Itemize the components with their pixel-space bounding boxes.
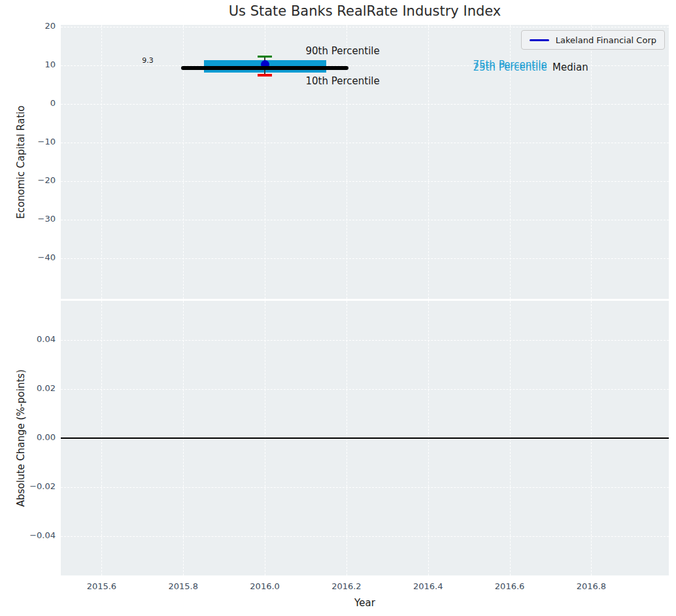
y-tick-label: −10: [19, 137, 56, 146]
horizontal-gridline: [61, 258, 669, 259]
y-tick-label: −0.04: [19, 530, 56, 540]
horizontal-gridline: [61, 487, 669, 488]
y-tick-label: 0.02: [19, 383, 56, 393]
legend-label: Lakeland Financial Corp: [556, 35, 656, 45]
y-tick-label: −40: [19, 252, 56, 262]
horizontal-gridline: [61, 389, 669, 390]
y-tick-label: −30: [19, 214, 56, 224]
annotation-25th-percentile: 25th Percentile: [473, 61, 547, 73]
y-tick-label: 0: [19, 98, 56, 108]
horizontal-gridline: [61, 27, 669, 27]
legend-line-icon: [530, 39, 549, 41]
legend: Lakeland Financial Corp: [521, 30, 665, 50]
y-tick-label: 0.00: [19, 432, 56, 442]
bottom-plot: [61, 301, 669, 575]
chart-title: Us State Banks RealRate Industry Index: [61, 3, 669, 19]
median-line: [181, 66, 348, 71]
horizontal-gridline: [61, 536, 669, 537]
horizontal-gridline: [61, 181, 669, 182]
horizontal-gridline: [61, 143, 669, 143]
x-tick-label: 2016.8: [565, 581, 617, 591]
y-tick-label: 0.04: [19, 334, 56, 344]
y-tick-label: −20: [19, 175, 56, 185]
y-tick-label: −0.02: [19, 481, 56, 491]
annotation-90th-percentile: 90th Percentile: [306, 46, 380, 57]
horizontal-gridline: [61, 220, 669, 220]
y-tick-label: 20: [19, 21, 56, 31]
p10-cap: [258, 74, 273, 77]
x-tick-label: 2016.2: [320, 581, 373, 591]
horizontal-gridline: [61, 104, 669, 105]
top-plot: 9.390th Percentile10th Percentile75th Pe…: [61, 25, 669, 299]
x-axis-label: Year: [61, 597, 669, 609]
x-tick-label: 2016.4: [402, 581, 454, 591]
annotation-9-3: 9.3: [142, 57, 154, 65]
zero-line: [61, 437, 669, 439]
annotation-median: Median: [552, 62, 588, 73]
x-tick-label: 2016.6: [484, 581, 536, 591]
annotation-10th-percentile: 10th Percentile: [306, 76, 380, 87]
x-tick-label: 2015.8: [157, 581, 209, 591]
x-tick-label: 2015.6: [75, 581, 127, 591]
p90-cap: [258, 56, 273, 58]
horizontal-gridline: [61, 340, 669, 341]
y-tick-label: 10: [19, 60, 56, 69]
figure: Us State Banks RealRate Industry Index 9…: [0, 0, 676, 616]
x-tick-label: 2016.0: [239, 581, 291, 591]
